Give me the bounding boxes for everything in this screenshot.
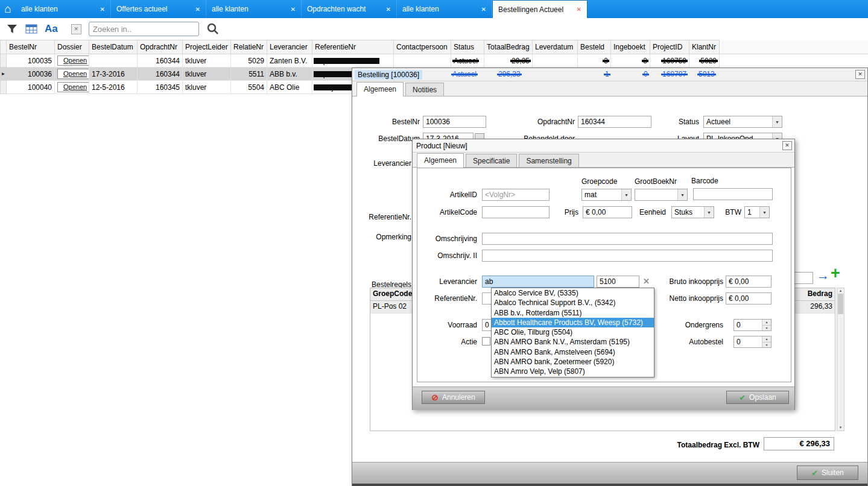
tab-offertes-actueel[interactable]: Offertes actueel ✕ — [111, 0, 206, 18]
col-header-klantnr[interactable]: KlantNr — [689, 40, 720, 54]
tab-label: Bestellingen Actueel — [498, 5, 574, 14]
tab-alle-klanten-2[interactable]: alle klanten ✕ — [206, 0, 302, 18]
window-resize-edge[interactable] — [352, 484, 867, 486]
bestelnr-field[interactable] — [423, 116, 486, 128]
add-row-icon[interactable]: + — [831, 266, 840, 280]
col-header-leverdatum[interactable]: Leverdatum — [533, 40, 578, 54]
search-button[interactable] — [206, 22, 220, 36]
row-selector[interactable]: ► — [1, 68, 7, 81]
tab-notities[interactable]: Notities — [405, 83, 444, 96]
scrollbar[interactable]: ▲ ▼ — [837, 288, 844, 431]
dropdown-item[interactable]: ABN AMRO bank, Zoetermeer (5920) — [492, 357, 654, 367]
bedrag-column-header[interactable]: Bedrag — [796, 288, 835, 300]
tab-close-icon[interactable]: ✕ — [291, 6, 296, 13]
col-header-leverancier[interactable]: Leverancier — [267, 40, 312, 54]
tab-algemeen[interactable]: Algemeen — [417, 153, 464, 168]
ondergrens-stepper[interactable]: 0 ▲▼ — [733, 319, 771, 331]
dropdown-item[interactable]: Abalco Service BV, (5335) — [492, 288, 654, 298]
col-header-opdrachtnr[interactable]: OpdrachtNr — [138, 40, 183, 54]
prijs-field[interactable] — [583, 206, 632, 218]
dropdown-item[interactable]: ABN Amro Velp, Velp (5807) — [492, 367, 654, 376]
close-icon[interactable]: ✕ — [855, 70, 865, 79]
tab-opdrachten-wacht[interactable]: Opdrachten wacht ✕ — [302, 0, 397, 18]
col-header-besteld[interactable]: Besteld — [578, 40, 611, 54]
actie-checkbox[interactable] — [482, 337, 490, 346]
col-header-status[interactable]: Status — [451, 40, 484, 54]
tab-algemeen[interactable]: Algemeen — [356, 82, 404, 96]
text-format-button[interactable]: Aa — [45, 23, 58, 35]
tab-bestellingen-actueel[interactable]: Bestellingen Actueel ✕ — [492, 0, 588, 18]
clear-search-button[interactable]: ✕ — [71, 24, 81, 34]
cancel-icon: ⊘ — [431, 393, 439, 402]
tab-samenstelling[interactable]: Samenstelling — [519, 154, 578, 167]
col-header-projectleider[interactable]: ProjectLeider — [183, 40, 231, 54]
dropdown-item[interactable]: ABC Olie, Tilburg (5504) — [492, 327, 654, 337]
col-header-bestelnr[interactable]: BestelNr — [7, 40, 55, 54]
spin-up-icon[interactable]: ▲ — [762, 320, 771, 325]
tab-close-icon[interactable]: ✕ — [577, 6, 581, 13]
filter-button[interactable] — [6, 24, 18, 34]
spin-down-icon[interactable]: ▼ — [762, 342, 771, 348]
dropdown-item[interactable]: ABN AMRO Bank N.V., Amsterdam (5195) — [492, 337, 654, 347]
netto-inkoopprijs-field[interactable] — [726, 292, 771, 305]
sluiten-button[interactable]: ✔ Sluiten — [797, 465, 858, 480]
spin-down-icon[interactable]: ▼ — [762, 325, 771, 331]
tab-alle-klanten-3[interactable]: alle klanten ✕ — [397, 0, 492, 18]
tab-specificatie[interactable]: Specificatie — [466, 154, 517, 167]
netto-inkoopprijs-label: Netto inkoopprijs — [655, 294, 723, 303]
arrow-right-icon[interactable]: → — [817, 270, 829, 282]
row-selector[interactable] — [1, 54, 7, 68]
status-select[interactable]: Actueel ▼ — [703, 116, 782, 128]
openen-button[interactable]: Openen — [57, 55, 89, 66]
product-dialog-titlebar[interactable]: Product [Nieuw] ✕ — [413, 139, 794, 153]
close-icon[interactable]: ✕ — [782, 141, 792, 150]
autobestel-stepper[interactable]: 0 ▲▼ — [733, 336, 771, 348]
groepcode-select[interactable]: mat ▼ — [581, 189, 632, 201]
grid-view-button[interactable] — [25, 24, 37, 34]
col-header-contactpersoon[interactable]: Contactpersoon — [394, 40, 451, 54]
leverancier-search-input[interactable] — [482, 276, 594, 288]
clear-leverancier-icon[interactable]: ✕ — [643, 277, 650, 286]
openen-button[interactable]: Openen — [57, 69, 89, 79]
tab-close-icon[interactable]: ✕ — [386, 6, 391, 13]
table-row[interactable]: 100035 Openen 160344 tkluver 5029 Zanten… — [1, 54, 868, 68]
col-header-besteldatum[interactable]: BestelDatum — [89, 40, 138, 54]
scroll-down-icon[interactable]: ▼ — [839, 426, 843, 429]
search-input[interactable] — [89, 22, 199, 36]
artikelid-field[interactable] — [482, 189, 550, 201]
tab-close-icon[interactable]: ✕ — [195, 6, 200, 13]
annuleren-button[interactable]: ⊘ Annuleren — [422, 391, 485, 404]
col-header-ingeboekt[interactable]: Ingeboekt — [611, 40, 650, 54]
actie-label: Actie — [425, 338, 477, 346]
scrollbar-thumb[interactable] — [838, 294, 843, 314]
bestelling-dialog-titlebar[interactable]: Bestelling [100036] Actueel 296,33 1 0 1… — [352, 68, 867, 81]
home-button[interactable]: ⌂ — [0, 0, 16, 18]
dropdown-item[interactable]: ABB b.v., Rotterdam (5511) — [492, 308, 654, 318]
bruto-inkoopprijs-field[interactable] — [726, 276, 771, 288]
col-header-relatienr[interactable]: RelatieNr — [231, 40, 267, 54]
omschrijving-field[interactable] — [482, 233, 773, 245]
barcode-field[interactable] — [693, 188, 773, 200]
dropdown-item[interactable]: ABN AMRO Bank, Amstelveen (5694) — [492, 347, 654, 357]
omschrijving2-field[interactable] — [482, 250, 773, 262]
row-selector[interactable] — [1, 81, 7, 94]
grootboeknr-select[interactable]: ▼ — [635, 189, 688, 201]
tab-close-icon[interactable]: ✕ — [481, 6, 486, 13]
openen-button[interactable]: Openen — [57, 82, 89, 92]
col-header-dossier[interactable]: Dossier — [55, 40, 89, 54]
opslaan-button[interactable]: ✔ Opslaan — [726, 391, 789, 404]
spin-up-icon[interactable]: ▲ — [762, 336, 771, 342]
tab-close-icon[interactable]: ✕ — [100, 6, 105, 13]
eenheid-select[interactable]: Stuks ▼ — [671, 206, 714, 218]
leverancier-nr-field[interactable] — [597, 276, 639, 288]
dropdown-item[interactable]: Abalco Technical Support B.V., (5342) — [492, 298, 654, 308]
scroll-up-icon[interactable]: ▲ — [839, 289, 843, 292]
artikelcode-field[interactable] — [482, 206, 550, 218]
col-header-projectid[interactable]: ProjectID — [650, 40, 689, 54]
dropdown-item-highlighted[interactable]: Abbott Healthcare Products BV, Weesp (57… — [492, 318, 654, 327]
btw-select[interactable]: 1 ▼ — [744, 206, 770, 218]
opdrachtnr-field[interactable] — [578, 116, 651, 128]
col-header-referentienr[interactable]: ReferentieNr — [312, 40, 394, 54]
tab-alle-klanten-1[interactable]: alle klanten ✕ — [16, 0, 111, 18]
col-header-totaalbedrag[interactable]: TotaalBedrag — [484, 40, 533, 54]
